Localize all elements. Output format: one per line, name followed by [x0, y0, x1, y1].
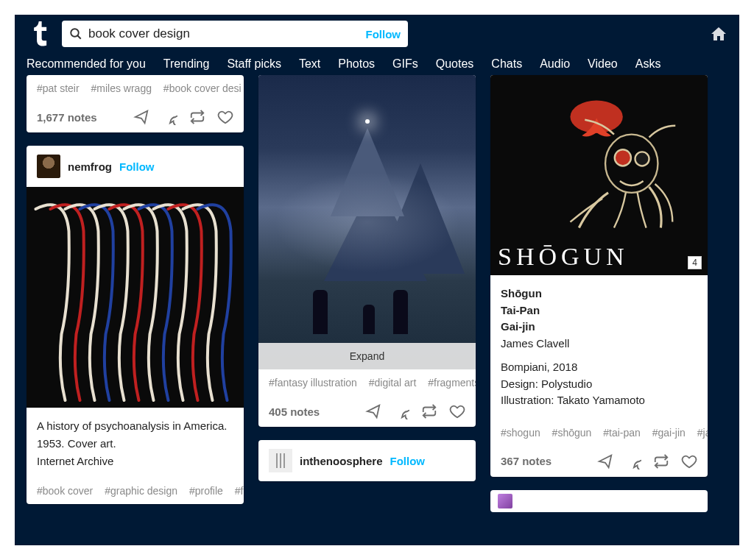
author-name[interactable]: inthenoosphere [300, 455, 383, 467]
tag[interactable]: #shōgun [552, 427, 592, 439]
tag[interactable]: #fantasy illustration [269, 377, 357, 389]
nav-trending[interactable]: Trending [163, 57, 210, 71]
avatar[interactable] [37, 155, 60, 178]
body-line: James Clavell [501, 336, 697, 352]
post-card-psych: nemfrog Follow [27, 146, 244, 504]
post-image[interactable] [27, 187, 244, 408]
search-bar: Follow [62, 21, 408, 47]
masonry-columns: #pat steir #miles wragg #book cover desi… [15, 78, 739, 512]
post-actions [133, 109, 233, 125]
post-card-fantasy: Expand #fantasy illustration #digital ar… [258, 75, 476, 427]
share-icon[interactable] [365, 403, 381, 419]
image-count-badge: 4 [688, 256, 702, 269]
like-icon[interactable] [449, 403, 465, 419]
tag[interactable]: #fa [235, 485, 244, 497]
search-input[interactable] [88, 26, 366, 41]
tag[interactable]: #fragments o [428, 377, 476, 389]
body-line: Shōgun [501, 286, 697, 302]
reply-icon[interactable] [393, 403, 409, 419]
tag[interactable]: #profile [189, 485, 223, 497]
nav-text[interactable]: Text [299, 57, 320, 71]
nav-photos[interactable]: Photos [338, 57, 375, 71]
app-root: Follow Recommended for you Trending Staf… [15, 15, 739, 545]
post-card-top-partial: #pat steir #miles wragg #book cover desi… [27, 75, 244, 132]
follow-link[interactable]: Follow [390, 455, 426, 467]
tag[interactable]: #tai-pan [603, 427, 641, 439]
column-1: #pat steir #miles wragg #book cover desi… [27, 75, 244, 504]
notes-count[interactable]: 1,677 notes [37, 111, 97, 124]
post-footer: 405 notes [258, 396, 476, 427]
notes-count[interactable]: 405 notes [269, 405, 320, 418]
reply-icon[interactable] [161, 109, 177, 125]
body-line: 1953. Cover art. [37, 436, 233, 452]
tag[interactable]: #graphic design [105, 485, 177, 497]
post-footer: 1,677 notes [27, 102, 244, 132]
svg-point-0 [71, 29, 79, 37]
nav-audio[interactable]: Audio [540, 57, 570, 71]
search-icon [69, 27, 82, 40]
body-line: A history of psychoanalysis in America. [37, 418, 233, 434]
post-actions [365, 403, 465, 419]
post-tags: #pat steir #miles wragg #book cover desi [27, 75, 244, 102]
share-icon[interactable] [133, 109, 149, 125]
svg-line-1 [77, 35, 81, 39]
home-icon[interactable] [710, 25, 727, 43]
search-follow-link[interactable]: Follow [366, 28, 401, 40]
avatar[interactable] [269, 449, 292, 472]
tag[interactable]: #book cover [37, 485, 93, 497]
column-3: SHŌGUN 4 Shōgun Tai-Pan Gai-jin James Cl… [490, 75, 708, 512]
notes-count[interactable]: 367 notes [501, 455, 552, 467]
tag[interactable]: #pat steir [37, 82, 80, 94]
like-icon[interactable] [681, 453, 697, 469]
svg-point-6 [635, 152, 649, 166]
tumblr-logo[interactable] [27, 21, 53, 47]
post-tags: #book cover #graphic design #profile #fa [27, 478, 244, 504]
svg-point-4 [605, 134, 658, 192]
post-tags: #fantasy illustration #digital art #frag… [258, 369, 476, 396]
reply-icon[interactable] [625, 453, 641, 469]
tag[interactable]: #digital art [369, 377, 417, 389]
post-author-row: inthenoosphere Follow [258, 440, 476, 481]
nav-staff-picks[interactable]: Staff picks [227, 57, 281, 71]
post-body: A history of psychoanalysis in America. … [27, 408, 244, 478]
tag[interactable]: #miles wragg [91, 82, 151, 94]
nav-asks[interactable]: Asks [635, 57, 661, 71]
body-line: Internet Archive [37, 453, 233, 469]
body-line: Gai-jin [501, 319, 697, 336]
reblog-icon[interactable] [189, 109, 205, 125]
nav-tabs: Recommended for you Trending Staff picks… [15, 53, 739, 78]
top-bar: Follow [15, 15, 739, 53]
follow-link[interactable]: Follow [119, 160, 155, 173]
expand-button[interactable]: Expand [258, 343, 476, 369]
reblog-icon[interactable] [653, 453, 669, 469]
post-image[interactable]: Expand [258, 75, 476, 369]
nav-recommended[interactable]: Recommended for you [27, 57, 146, 71]
nav-video[interactable]: Video [588, 57, 618, 71]
post-body: Shōgun Tai-Pan Gai-jin James Clavell Bom… [490, 275, 708, 419]
reblog-icon[interactable] [421, 403, 437, 419]
post-card-shogun: SHŌGUN 4 Shōgun Tai-Pan Gai-jin James Cl… [490, 75, 708, 477]
post-tags: #shogun #shōgun #tai-pan #gai-jin #james [490, 419, 708, 446]
post-image[interactable]: SHŌGUN 4 [490, 75, 708, 275]
body-line: Design: Polystudio [501, 376, 697, 393]
post-card-partial [490, 490, 708, 512]
svg-point-5 [614, 149, 630, 166]
tag[interactable]: #james [697, 427, 708, 439]
tag[interactable]: #book cover desi [163, 82, 242, 94]
body-line: Bompiani, 2018 [501, 359, 697, 376]
nav-gifs[interactable]: GIFs [392, 57, 418, 71]
post-author-row: nemfrog Follow [27, 146, 244, 187]
nav-quotes[interactable]: Quotes [436, 57, 474, 71]
like-icon[interactable] [217, 109, 233, 125]
body-line: Tai-Pan [501, 302, 697, 319]
image-title-text: SHŌGUN [498, 243, 629, 271]
author-name[interactable]: nemfrog [68, 160, 112, 173]
tag[interactable]: #shogun [501, 427, 540, 439]
nav-chats[interactable]: Chats [491, 57, 522, 71]
tag[interactable]: #gai-jin [652, 427, 686, 439]
share-icon[interactable] [597, 453, 613, 469]
post-footer: 367 notes [490, 446, 708, 477]
column-2: Expand #fantasy illustration #digital ar… [258, 75, 476, 481]
avatar[interactable] [498, 494, 512, 508]
post-card-noosphere: inthenoosphere Follow [258, 440, 476, 481]
